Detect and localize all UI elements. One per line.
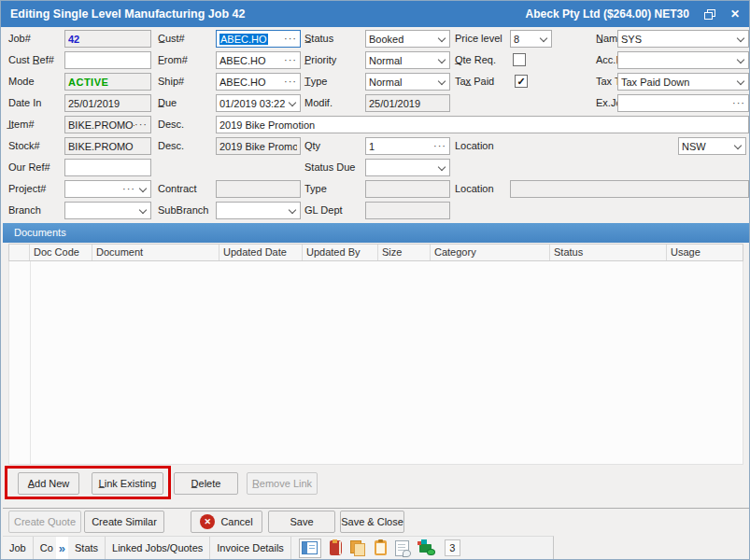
chevron-down-icon[interactable] [540,35,548,43]
chevron-down-icon[interactable] [438,77,446,86]
location-select[interactable]: NSW [678,137,746,155]
qty-field[interactable]: 1··· [365,137,450,155]
save-button[interactable]: Save [268,511,335,533]
col-doc-code[interactable]: Doc Code [30,245,92,260]
col-usage[interactable]: Usage [667,245,744,260]
from-ellipsis-button[interactable]: ··· [284,55,297,65]
item-field[interactable]: BIKE.PROMO+··· [64,116,151,133]
chevron-down-icon[interactable] [289,206,297,215]
col-updated-date[interactable]: Updated Date [219,245,303,260]
create-quote-button[interactable]: Create Quote [8,511,81,533]
gl-dept-field [365,202,450,219]
copy-documents-icon[interactable] [350,540,366,555]
type-select[interactable]: Normal [365,73,450,91]
cust-ref-field[interactable] [64,51,151,69]
ex-job-ellipsis-button[interactable]: ··· [732,98,745,108]
money-gift-icon[interactable] [417,540,435,555]
tab-invoice-details[interactable]: Invoice Details [210,537,291,559]
ex-job-field[interactable]: ··· [617,94,749,112]
priority-select[interactable]: Normal [365,51,450,69]
status-due-select[interactable] [365,159,450,176]
tax-paid-checkbox[interactable] [515,75,528,88]
status-select[interactable]: Booked [365,30,450,48]
our-ref-field[interactable] [64,159,151,176]
cancel-button[interactable]: Cancel [191,511,262,533]
priority-label: P̲riority [304,51,336,69]
link-existing-button[interactable]: L̲ink Existing [92,472,163,495]
titlebar-right: Abeck Pty Ltd ($264.00) NET30 ✕ [526,7,740,21]
location-label: Location [455,137,494,155]
modif-label: Modif. [304,94,333,112]
chevron-down-icon[interactable] [438,56,446,64]
tab-linked-jobs-quotes[interactable]: Linked Jobs/Quotes [106,537,210,559]
documents-grid-body[interactable] [8,261,743,465]
tax-paid-label: Tax̲ Paid [455,73,494,91]
col-document[interactable]: Document [92,245,219,260]
subbranch-select[interactable] [216,202,301,219]
documents-section-header: Documents [3,223,749,243]
from-field[interactable]: ABEC.HO··· [216,51,301,69]
price-level-select[interactable]: 8 [510,30,552,48]
project-ellipsis-button[interactable]: ··· [122,184,135,194]
project-label: Project# [8,180,46,198]
tab-job[interactable]: Job [3,537,34,559]
contract-label: Contract [158,180,197,198]
tab-costing[interactable]: Co [34,537,56,559]
tab-stats[interactable]: Stats [68,537,106,559]
type-label: T̲ype [304,73,327,91]
chevron-down-icon[interactable] [734,142,743,150]
add-new-button[interactable]: A̲dd New [18,472,79,495]
stock-desc-field: 2019 Bike Promotion [216,137,301,155]
ship-field[interactable]: ABEC.HO··· [216,73,301,91]
chevron-down-icon[interactable] [438,163,446,172]
create-similar-button[interactable]: Create Similar [84,511,164,533]
due-label: D̲ue [158,94,177,112]
job-field[interactable]: 42 [64,30,151,48]
bottom-tab-bar: Job Co » Stats Linked Jobs/Quotes Invoic… [3,536,554,559]
chevron-down-icon[interactable] [438,35,446,43]
save-close-button[interactable]: Save & Close [340,511,404,533]
type2-label: Type [304,180,327,198]
chevron-down-icon[interactable] [737,35,745,43]
remove-link-button[interactable]: R̲emove Link [247,472,318,495]
col-size[interactable]: Size [378,245,431,260]
subbranch-label: SubBranch [158,202,208,219]
tax-total-select[interactable]: Tax Paid Down [617,73,749,91]
form-view-icon [302,541,318,554]
stock-label: Stock# [8,137,40,155]
project-field[interactable]: ··· [64,180,151,198]
chevron-down-icon[interactable] [737,56,745,64]
qty-ellipsis-button[interactable]: ··· [433,141,446,151]
ship-ellipsis-button[interactable]: ··· [284,77,297,87]
acc-mgr-select[interactable] [617,51,749,69]
notes-icon[interactable] [395,540,409,556]
delete-button[interactable]: D̲elete [174,472,238,495]
qte-req-checkbox[interactable] [513,53,526,66]
chevron-down-icon[interactable] [139,185,148,193]
due-field[interactable]: 01/2019 03:22 [216,94,301,112]
col-status[interactable]: Status [550,245,667,260]
clipboard-icon[interactable] [375,540,387,555]
title-bar: Editing Single Level Manufacturing Job 4… [1,1,749,27]
form-view-button[interactable] [299,539,321,558]
close-icon[interactable]: ✕ [730,8,740,20]
cust-ellipsis-button[interactable]: ··· [284,34,297,44]
tab-overflow-icon[interactable]: » [56,537,68,559]
item-ellipsis-button[interactable]: ··· [134,119,148,130]
col-indicator[interactable] [9,245,30,260]
col-category[interactable]: Category [431,245,550,260]
date-in-label: Date In [8,94,41,112]
chevron-down-icon[interactable] [139,206,148,215]
col-updated-by[interactable]: Updated By [303,245,378,260]
modif-field: 25/01/2019 [365,94,450,112]
cust-field[interactable]: ABEC.HO··· [216,30,301,48]
chevron-down-icon[interactable] [289,99,297,107]
item-desc-field[interactable]: 2019 Bike Promotion [216,116,749,133]
chevron-down-icon[interactable] [737,77,745,86]
restore-icon[interactable] [704,9,715,20]
name-select[interactable]: SYS [617,30,749,48]
documents-grid-header: Doc Code Document Updated Date Updated B… [8,244,743,261]
branch-select[interactable] [64,202,151,219]
diary-icon[interactable] [330,540,342,555]
stock-desc-label: Desc. [158,137,184,155]
